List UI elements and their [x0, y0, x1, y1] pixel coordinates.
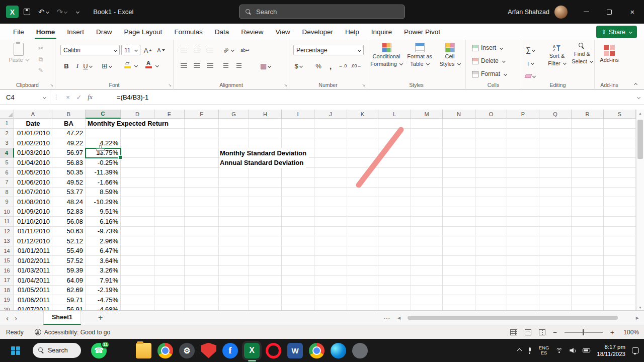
cell-N2[interactable] — [443, 129, 475, 139]
close-button[interactable]: × — [621, 0, 644, 24]
cell-K3[interactable] — [347, 138, 378, 148]
cell-N16[interactable] — [443, 266, 475, 276]
row-header-11[interactable]: 11 — [0, 217, 14, 227]
whatsapp-icon[interactable]: ☎ 11 — [91, 343, 107, 358]
cell-S18[interactable] — [604, 286, 636, 296]
cell-Q20[interactable] — [539, 305, 572, 311]
cell-R13[interactable] — [572, 236, 604, 246]
cell-M3[interactable] — [411, 138, 443, 148]
cell-O19[interactable] — [475, 295, 507, 305]
cell-K19[interactable] — [347, 295, 378, 305]
cell-K15[interactable] — [347, 256, 378, 266]
cell-L10[interactable] — [378, 207, 411, 217]
cell-A7[interactable]: 01/06/2010 — [14, 177, 52, 188]
cell-B18[interactable]: 62.69 — [52, 286, 86, 296]
microphone-icon[interactable] — [528, 347, 532, 354]
tab-page-layout[interactable]: Page Layout — [118, 24, 169, 40]
align-center-button[interactable] — [192, 60, 202, 71]
cell-M18[interactable] — [411, 286, 443, 296]
cell-P15[interactable] — [507, 256, 539, 266]
confirm-entry-button[interactable]: ✓ — [73, 94, 85, 101]
italic-button[interactable]: I — [72, 60, 83, 71]
maximize-button[interactable] — [598, 0, 621, 24]
previous-sheet-icon[interactable]: ‹ — [6, 314, 9, 322]
row-header-5[interactable]: 5 — [0, 158, 14, 168]
cell-O2[interactable] — [475, 129, 507, 139]
accounting-format-button[interactable]: $ — [293, 60, 303, 71]
cell-G9[interactable] — [219, 197, 249, 207]
name-box[interactable]: C4 — [0, 90, 50, 104]
tab-file[interactable]: File — [7, 24, 30, 40]
cell-D9[interactable] — [121, 197, 154, 207]
row-header-19[interactable]: 19 — [0, 295, 14, 305]
row-header-8[interactable]: 8 — [0, 188, 14, 198]
cell-Q4[interactable] — [539, 148, 572, 158]
cell-R15[interactable] — [572, 256, 604, 266]
cell-E17[interactable] — [154, 276, 185, 286]
cell-C3[interactable]: 4.22% — [86, 138, 121, 148]
horizontal-scroll-track[interactable] — [404, 315, 633, 320]
cell-R3[interactable] — [572, 138, 604, 148]
tab-formulas[interactable]: Formulas — [168, 24, 208, 40]
gray-app-icon[interactable] — [352, 343, 368, 358]
add-sheet-button[interactable]: + — [98, 313, 103, 322]
scroll-down-icon[interactable]: ▼ — [636, 306, 644, 309]
user-avatar[interactable] — [554, 6, 568, 19]
cell-A12[interactable]: 01/11/2010 — [14, 227, 52, 237]
cell-F5[interactable] — [185, 158, 219, 168]
wrap-text-button[interactable]: ab↩ — [240, 45, 250, 56]
cell-J17[interactable] — [314, 276, 347, 286]
side-label-annual-std[interactable]: Annual Standard Deviation — [220, 158, 306, 168]
cell-G1[interactable] — [219, 119, 249, 129]
cell-P8[interactable] — [507, 188, 539, 198]
cell-M6[interactable] — [411, 168, 443, 178]
autosum-button[interactable]: ∑ — [525, 44, 535, 55]
cell-K6[interactable] — [347, 168, 378, 178]
cell-G3[interactable] — [219, 138, 249, 148]
cell-P11[interactable] — [507, 217, 539, 227]
page-break-view-icon[interactable] — [539, 329, 545, 335]
word-icon[interactable]: W — [287, 343, 303, 358]
cell-S12[interactable] — [604, 227, 636, 237]
cell-D14[interactable] — [121, 246, 154, 256]
cell-R12[interactable] — [572, 227, 604, 237]
cell-S10[interactable] — [604, 207, 636, 217]
cell-C2[interactable] — [86, 129, 121, 139]
cell-J18[interactable] — [314, 286, 347, 296]
cell-G14[interactable] — [219, 246, 249, 256]
zoom-out-button[interactable]: − — [553, 328, 557, 336]
cell-N4[interactable] — [443, 148, 475, 158]
cell-R8[interactable] — [572, 188, 604, 198]
cell-R19[interactable] — [572, 295, 604, 305]
cell-I20[interactable] — [282, 305, 314, 311]
cell-O18[interactable] — [475, 286, 507, 296]
cell-R9[interactable] — [572, 197, 604, 207]
cell-B7[interactable]: 49.52 — [52, 177, 86, 188]
cell-P13[interactable] — [507, 236, 539, 246]
cell-Q19[interactable] — [539, 295, 572, 305]
page-layout-view-icon[interactable] — [525, 329, 531, 335]
cell-O5[interactable] — [475, 158, 507, 168]
cell-G20[interactable] — [219, 305, 249, 311]
cell-B4[interactable]: 56.97 — [52, 148, 86, 158]
delete-cells-button[interactable]: Delete — [472, 57, 505, 64]
cell-J7[interactable] — [314, 177, 347, 188]
cell-P16[interactable] — [507, 266, 539, 276]
cell-C17[interactable]: 7.91% — [86, 276, 121, 286]
cell-R4[interactable] — [572, 148, 604, 158]
cell-P2[interactable] — [507, 129, 539, 139]
cell-I18[interactable] — [282, 286, 314, 296]
cell-F7[interactable] — [185, 177, 219, 188]
cell-Q5[interactable] — [539, 158, 572, 168]
cell-M17[interactable] — [411, 276, 443, 286]
cell-G13[interactable] — [219, 236, 249, 246]
cell-H10[interactable] — [249, 207, 282, 217]
cell-A18[interactable]: 01/05/2011 — [14, 286, 52, 296]
cell-I8[interactable] — [282, 188, 314, 198]
percent-style-button[interactable]: % — [313, 60, 324, 71]
cell-I13[interactable] — [282, 236, 314, 246]
cell-K2[interactable] — [347, 129, 378, 139]
cell-F12[interactable] — [185, 227, 219, 237]
cell-S1[interactable] — [604, 119, 636, 129]
cell-S11[interactable] — [604, 217, 636, 227]
